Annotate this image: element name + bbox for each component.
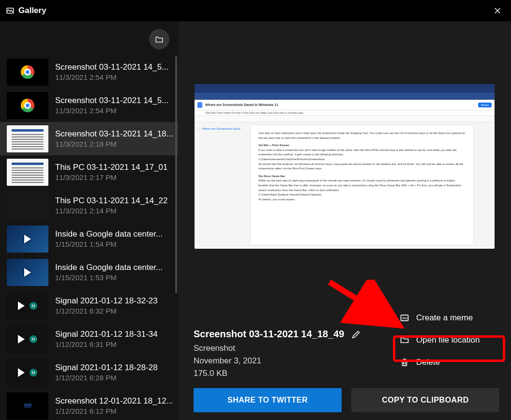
actions-panel: Abc Create a meme Open file location Del…: [396, 307, 499, 374]
preview-page: Just click on that notification and it s…: [251, 125, 473, 244]
title-bar: Gallery: [0, 0, 511, 21]
list-item[interactable]: MSignal 2021-01-12 18-31-341/12/2021 6:3…: [0, 322, 178, 356]
list-item[interactable]: Screenshot 03-11-2021 14_18...11/3/2021 …: [0, 122, 178, 155]
capture-list: Screenshot 03-11-2021 14_5...11/3/2021 2…: [0, 55, 178, 420]
delete-button[interactable]: Delete: [396, 351, 499, 374]
item-date: 11/3/2021 2:14 PM: [55, 207, 173, 215]
preview-share-button: Share: [478, 103, 492, 107]
file-size: 175.0 KB: [194, 369, 377, 378]
item-name: Screenshot 12-01-2021 18_12...: [55, 396, 173, 406]
list-item[interactable]: Screenshot 12-01-2021 18_12...1/12/2021 …: [0, 389, 178, 420]
item-date: 1/12/2021 6:31 PM: [55, 340, 173, 348]
item-name: Signal 2021-01-12 18-28-28: [55, 363, 173, 373]
header-title: Gallery: [18, 6, 46, 15]
list-item[interactable]: This PC 03-11-2021 14_14_2211/3/2021 2:1…: [0, 189, 178, 222]
file-kind: Screenshot: [194, 344, 377, 353]
copy-clipboard-button[interactable]: COPY TO CLIPBOARD: [351, 388, 499, 412]
create-meme-button[interactable]: Abc Create a meme: [396, 307, 499, 329]
detail-panel: Where are Screenshots Saved in Windows 1…: [178, 21, 511, 420]
preview-outline: Where are Screenshots Save...: [202, 127, 242, 130]
item-name: Screenshot 03-11-2021 14_5...: [55, 96, 173, 105]
item-name: This PC 03-11-2021 14_14_22: [55, 196, 173, 206]
gallery-sidebar: Screenshot 03-11-2021 14_5...11/3/2021 2…: [0, 21, 178, 420]
preview-doc-title: Where are Screenshots Saved in Windows 1…: [205, 103, 278, 106]
item-name: Signal 2021-01-12 18-32-23: [55, 296, 173, 306]
list-item[interactable]: Screenshot 03-11-2021 14_5...11/3/2021 2…: [0, 55, 178, 89]
list-item[interactable]: Screenshot 03-11-2021 14_5...11/3/2021 2…: [0, 89, 178, 122]
list-item[interactable]: MSignal 2021-01-12 18-32-231/12/2021 6:3…: [0, 289, 178, 322]
item-name: Inside a Google data center...: [55, 263, 173, 272]
list-item[interactable]: This PC 03-11-2021 14_17_0111/3/2021 2:1…: [0, 155, 178, 189]
share-twitter-button[interactable]: SHARE TO TWITTER: [194, 388, 342, 412]
svg-line-3: [330, 282, 400, 326]
item-date: 1/12/2021 6:28 PM: [55, 374, 173, 382]
list-item[interactable]: MSignal 2021-01-12 18-28-281/12/2021 6:2…: [0, 356, 178, 389]
list-item[interactable]: Inside a Google data center...1/15/2021 …: [0, 255, 178, 289]
item-name: Screenshot 03-11-2021 14_5...: [55, 62, 173, 72]
item-name: Screenshot 03-11-2021 14_18...: [55, 129, 173, 139]
gallery-icon: [6, 6, 15, 15]
item-name: This PC 03-11-2021 14_17_01: [55, 163, 173, 172]
screenshot-preview: Where are Screenshots Saved in Windows 1…: [195, 84, 495, 249]
item-date: 11/3/2021 2:17 PM: [55, 173, 173, 181]
item-name: Signal 2021-01-12 18-31-34: [55, 330, 173, 339]
item-name: Inside a Google data center...: [55, 229, 173, 239]
open-file-location-button[interactable]: Open file location: [396, 329, 499, 351]
close-icon[interactable]: [490, 3, 505, 18]
rename-icon[interactable]: [351, 329, 361, 340]
open-folder-button[interactable]: [149, 29, 169, 49]
item-date: 11/3/2021 2:18 PM: [55, 140, 173, 148]
item-date: 1/12/2021 6:12 PM: [55, 407, 173, 415]
preview-menu: File Edit View Insert Format Tools Add-o…: [195, 110, 495, 116]
scrollbar[interactable]: [175, 56, 177, 293]
item-date: 1/15/2021 1:54 PM: [55, 240, 173, 248]
list-item[interactable]: Inside a Google data center...1/15/2021 …: [0, 222, 178, 255]
file-info: Screenshot 03-11-2021 14_18_49 Screensho…: [194, 329, 377, 381]
item-date: 11/3/2021 2:54 PM: [55, 106, 173, 115]
item-date: 1/15/2021 1:53 PM: [55, 273, 173, 282]
svg-text:Abc: Abc: [402, 316, 408, 320]
item-date: 1/12/2021 6:32 PM: [55, 307, 173, 315]
file-title: Screenshot 03-11-2021 14_18_49: [194, 329, 344, 340]
item-date: 11/3/2021 2:54 PM: [55, 73, 173, 81]
file-date: November 3, 2021: [194, 356, 377, 366]
